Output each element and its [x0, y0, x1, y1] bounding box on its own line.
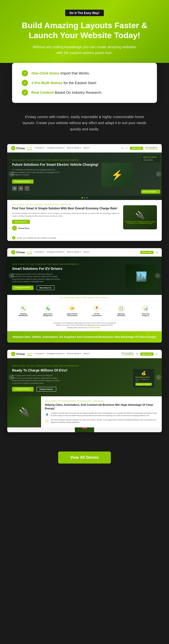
ev-logo-icon-1: E	[11, 146, 16, 150]
description-text: EVway comes with modern, easily importab…	[22, 114, 147, 132]
dot-1-active[interactable]	[81, 197, 83, 198]
green-banner-text-2: Helping Cities, Utilities, Automakers, E…	[12, 335, 157, 339]
hero-arrow-left-2[interactable]: ‹	[9, 273, 14, 278]
hero-arrow-right-2[interactable]: ›	[155, 273, 160, 278]
feature-rest-2: for the Easiest Start!	[63, 81, 96, 85]
content-image-left-3: 🔌	[7, 396, 41, 428]
service-track-2: 📊 Track YourProgress	[134, 305, 157, 316]
service-warranty-2: 📋 WarrantyExtensions	[110, 305, 132, 316]
hero-btn2-3[interactable]: Display Features	[37, 387, 56, 392]
hero-arrow-left-1[interactable]: ‹	[9, 171, 14, 176]
content-person-row-3: 👤 In today's economy where many services…	[45, 412, 158, 417]
sim-nav-links-2[interactable]: Home Company ▾ Charging Solutions ▾ News…	[27, 251, 138, 254]
hero-arrow-right-1[interactable]: ›	[156, 171, 161, 176]
save-money-btn-3[interactable]: Purchase & Pricing	[135, 383, 152, 386]
demo-block-3: E EVway Home Company ▾ Charging Solution…	[7, 350, 162, 432]
section-tag-1: Solutions For Businesses, Workplaces, An…	[12, 204, 119, 206]
nav-charging-2[interactable]: Charging Solutions ▾	[47, 251, 64, 254]
nav-news-2[interactable]: News & Media ▾	[67, 251, 81, 254]
dot-1-3[interactable]	[86, 197, 88, 198]
services-tag-2: EV Charging Solutions Made Very Simple	[11, 297, 158, 298]
nav-call-number-1: +2 07934342741	[145, 148, 158, 150]
spare-label-2: Spare PartsManagement	[37, 313, 59, 316]
sim-nav-right-2: Book A Site 🔍	[140, 251, 158, 254]
sim-nav-links-3[interactable]: Home Company ▾ Charging Solutions ▾ News…	[27, 352, 119, 356]
hero-desc-3: As charging needs evolve, we'll continue…	[12, 374, 60, 384]
services-tag-row-2: EV Charging Solutions Made Very Simple	[7, 295, 162, 301]
check-icon-1	[22, 70, 28, 76]
site-preview-2: E EVway Home Company ▾ Charging Solution…	[7, 248, 162, 342]
site-preview-3: E EVway Home Company ▾ Charging Solution…	[7, 350, 162, 432]
charging-label-1: Providing smart charging solutions using…	[123, 221, 157, 224]
nav-book-btn-2[interactable]: Book A Site	[140, 251, 153, 254]
sim-hero-content-1: Safe & Easy To Use Charging For Homes An…	[12, 159, 101, 191]
feature-text-2: 3 Pre-Built Demos for the Easiest Start!	[31, 81, 96, 85]
sim-content-1: Solutions For Businesses, Workplaces, An…	[7, 200, 162, 235]
hero-subtitle: Without any coding knowledge you can cre…	[31, 44, 138, 56]
features-card-wrap: One-Click Demo Import that Works. 3 Pre-…	[0, 63, 169, 103]
sim-nav-3: E EVway Home Company ▾ Charging Solution…	[7, 350, 162, 358]
sim-content-left-1: Solutions For Businesses, Workplaces, An…	[12, 204, 119, 231]
demo-block-1: E EVway Home Company ▾ Charging Solution…	[7, 144, 162, 241]
nav-charging-1[interactable]: Charging Solutions ▾	[47, 147, 64, 150]
sim-logo-2: E EVway	[11, 250, 25, 254]
sim-logo-text-2: EVway	[17, 251, 25, 254]
nav-home-3[interactable]: Home	[27, 352, 32, 356]
sim-nav-links-1[interactable]: Home Company ▾ Charging Solutions ▾ News…	[27, 147, 119, 150]
demos-section: E EVway Home Company ▾ Charging Solution…	[0, 142, 169, 444]
onsite-label-2: On SiteCommissions	[85, 313, 108, 316]
nav-call-number-3: +2 07934342741	[121, 354, 134, 356]
nav-shop-3[interactable]: Shop ▾	[83, 352, 89, 356]
content-btn1-1[interactable]: More About Us	[12, 220, 30, 224]
hero-arrow-right-3[interactable]: ›	[156, 375, 161, 380]
contact-us-link-2[interactable]: Contact Us Now →	[88, 327, 102, 328]
content-tag-3: Solutions For Businesses, Workplaces, An…	[45, 400, 158, 402]
services-desc-text-2: Investing in the international energy le…	[11, 322, 158, 329]
nav-shop-1[interactable]: Shop ▾	[83, 147, 89, 150]
nav-charging-3[interactable]: Charging Solutions ▾	[47, 352, 64, 356]
expert-icon-2: 🤝	[69, 305, 76, 312]
nav-search-icon-1[interactable]: 🔍	[121, 147, 124, 150]
nav-search-icon-3[interactable]: 🔍	[136, 353, 138, 355]
nav-company-3[interactable]: Company ▾	[35, 352, 44, 356]
feature-text-3: Real Content Based On Industry Research.	[31, 90, 102, 94]
feature-item-3: Real Content Based On Industry Research.	[22, 90, 147, 96]
demo-block-2: E EVway Home Company ▾ Charging Solution…	[7, 248, 162, 342]
nav-book-btn-3[interactable]: Book A Site	[140, 352, 153, 356]
warranty-icon-2: 📋	[118, 305, 125, 312]
nav-search-icon-2[interactable]: 🔍	[155, 251, 158, 254]
info-card-talk-1[interactable]: Talk To An Expert	[141, 190, 160, 194]
sim-hero-1: ‹ Safe & Easy To Use Charging For Homes …	[7, 152, 162, 196]
hero-arrow-left-3[interactable]: ‹	[9, 375, 14, 380]
nav-book-btn-1[interactable]: Book A Site	[130, 147, 143, 150]
nav-news-3[interactable]: News & Media ▾	[67, 352, 81, 356]
nav-cart-icon-1[interactable]: 🛒	[125, 147, 128, 150]
sim-nav-1: E EVway Home Company ▾ Charging Solution…	[7, 144, 162, 152]
hero-btn1-2[interactable]: Charging Solutions	[12, 286, 34, 290]
hero-btn1-3[interactable]: Charging Solutions	[12, 387, 34, 392]
dot-1-2[interactable]	[84, 197, 85, 198]
hero-tag-2: Safe & Easy To Use Charging For Homes An…	[12, 263, 125, 265]
nav-company-1[interactable]: Company ▾	[35, 147, 44, 150]
content-overflow-3: 🚗	[7, 428, 162, 432]
maintenance-icon-2: 🔧	[20, 305, 27, 312]
hero-image-1: ⚡	[101, 163, 133, 187]
avatar-1: M	[12, 226, 17, 230]
nav-news-1[interactable]: News & Media ▾	[67, 147, 81, 150]
nav-cart-icon-3[interactable]: 🛒	[155, 353, 158, 355]
sim-logo-text-3: EVway	[17, 352, 25, 355]
info-card-talk-label-1: Talk To An Expert	[143, 191, 158, 192]
hero-btn1-1[interactable]: Charging Solutions	[12, 180, 34, 184]
feature-text-1: One-Click Demo Import that Works.	[31, 71, 90, 75]
view-all-demos-button[interactable]: View All Demos	[58, 452, 111, 464]
nav-home-2[interactable]: Home	[27, 251, 32, 254]
feature-highlight-3: Real Content	[31, 90, 54, 94]
hero-btn2-2[interactable]: More About Us	[37, 286, 55, 290]
sim-content-3: 🔌 Solutions For Businesses, Workplaces, …	[7, 396, 162, 428]
services-desc-2: Investing in the international energy le…	[7, 320, 162, 331]
nav-shop-2[interactable]: Shop ▾	[83, 251, 89, 254]
nav-company-2[interactable]: Company ▾	[35, 251, 44, 254]
nav-home-1[interactable]: Home	[27, 147, 32, 150]
section-title-1: Find Your Smart & Simple Solution With B…	[12, 207, 119, 210]
check-icon-3	[22, 90, 28, 96]
